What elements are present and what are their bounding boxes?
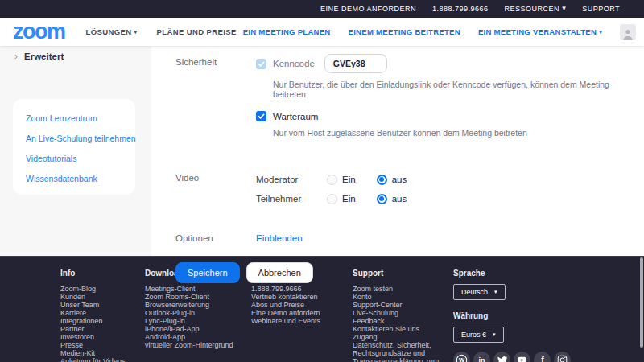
check-icon [258, 113, 265, 120]
warteraum-checkbox[interactable] [256, 111, 266, 121]
scrollbar-thumb[interactable] [640, 257, 643, 348]
footer-link[interactable]: Lync-Plug-in [145, 317, 251, 325]
twitter-icon[interactable] [493, 352, 510, 362]
sidebar-help-link[interactable]: Videotutorials [26, 154, 122, 163]
chevron-right-icon: › [14, 51, 18, 61]
video-participant-radio-ein[interactable] [327, 194, 337, 204]
footer-link[interactable]: Support-Center [353, 301, 443, 309]
footer-col-info: Info Zoom-BlogKundenUnser TeamKarriereIn… [60, 269, 145, 362]
footer-link[interactable]: Partner [60, 325, 145, 333]
footer-heading: Info [60, 269, 145, 278]
footer-link[interactable]: Meetings-Client [145, 285, 251, 293]
nav-right: EIN MEETING PLANEN EINEM MEETING BEITRET… [243, 24, 636, 40]
security-section: Sicherheit Kenncode Nur Benutzer, die üb… [175, 54, 644, 138]
video-host-ein-label: Ein [342, 175, 356, 184]
footer-link[interactable]: Zoom-Blog [60, 285, 145, 293]
footer-link[interactable]: virtueller Zoom-Hintergrund [145, 341, 251, 349]
footer-link[interactable]: 1.888.799.9666 [251, 285, 353, 293]
settings-sidebar: › Erweitert Zoom LernzentrumAn Live-Schu… [0, 46, 151, 256]
video-host-radio-ein[interactable] [327, 175, 337, 185]
options-section: Optionen Einblenden [175, 230, 644, 245]
nav-plans-pricing[interactable]: PLÄNE UND PREISE [156, 27, 236, 36]
social-icons: W in f [453, 352, 571, 362]
facebook-icon[interactable]: f [534, 352, 551, 362]
footer-link[interactable]: Datenschutz, Sicherheit, Rechtsgrundsätz… [353, 341, 443, 362]
video-host-row: Moderator Ein aus [256, 170, 644, 189]
footer-link[interactable]: Presse [60, 341, 145, 349]
chevron-down-icon: ▾ [134, 29, 138, 35]
footer-link[interactable]: Live-Schulung [353, 309, 443, 317]
footer-link[interactable]: Konto [353, 293, 443, 301]
footer-link[interactable]: Eine Demo anfordern [251, 309, 353, 317]
footer-link[interactable]: Outlook-Plug-in [145, 309, 251, 317]
footer-link[interactable]: Integrationen [60, 317, 145, 325]
main-navbar: zoom LÖSUNGEN▾ PLÄNE UND PREISE EIN MEET… [0, 18, 644, 46]
footer-link[interactable]: Zugang [353, 333, 443, 341]
video-participant-radio-aus[interactable] [377, 194, 387, 204]
footer-link[interactable]: Karriere [60, 309, 145, 317]
currency-select[interactable]: Euros €▾ [453, 327, 504, 343]
wordpress-icon[interactable]: W [453, 352, 470, 362]
video-participant-aus-label: aus [392, 194, 407, 204]
footer-link[interactable]: Zoom testen [353, 285, 443, 293]
video-host-label: Moderator [256, 175, 327, 184]
footer-link[interactable]: Zoom Rooms-Client [145, 293, 251, 301]
footer-link[interactable]: iPhone/iPad-App [145, 325, 251, 333]
linkedin-icon[interactable]: in [473, 352, 490, 362]
footer-link[interactable]: Browsererweiterung [145, 301, 251, 309]
check-icon [258, 60, 265, 68]
profile-avatar[interactable] [620, 24, 636, 40]
chevron-down-icon: ▾ [599, 29, 602, 35]
help-links-list: Zoom LernzentrumAn Live-Schulung teilneh… [26, 113, 122, 183]
sidebar-help-link[interactable]: An Live-Schulung teilnehmen [26, 134, 122, 143]
footer-link[interactable]: Kontaktieren Sie uns [353, 325, 443, 333]
footer-link[interactable]: Anleitung für Videos [60, 357, 145, 362]
footer-link[interactable]: Abos und Preise [251, 301, 353, 309]
zoom-logo[interactable]: zoom [13, 21, 65, 43]
video-participant-row: Teilnehmer Ein aus [256, 189, 644, 208]
options-show-link[interactable]: Einblenden [256, 233, 303, 243]
footer-link[interactable]: Unser Team [60, 301, 145, 309]
video-participant-ein-label: Ein [342, 194, 356, 204]
currency-label: Währung [453, 311, 571, 320]
security-label: Sicherheit [175, 54, 256, 138]
warteraum-label: Warteraum [273, 112, 318, 121]
form-buttons: Speichern Abbrechen [175, 262, 644, 283]
chevron-down-icon: ▾ [494, 289, 497, 295]
nav-schedule-meeting[interactable]: EIN MEETING PLANEN [243, 27, 331, 36]
chevron-down-icon: ▾ [493, 331, 496, 338]
resources-menu[interactable]: RESSOURCEN▾ [505, 5, 567, 13]
language-select[interactable]: Deutsch▾ [453, 284, 506, 300]
youtube-icon[interactable] [514, 352, 530, 362]
footer-link[interactable]: Kunden [60, 293, 145, 301]
kenncode-checkbox[interactable] [256, 59, 266, 69]
video-section: Video Moderator Ein aus Teilnehmer Ein [175, 170, 644, 208]
kenncode-input[interactable] [324, 54, 387, 73]
person-icon [621, 27, 634, 40]
footer-link[interactable]: Medien-Kit [60, 349, 145, 357]
sidebar-item-erweitert[interactable]: › Erweitert [0, 46, 151, 61]
cancel-button[interactable]: Abbrechen [246, 262, 313, 283]
content-area: › Erweitert Zoom LernzentrumAn Live-Schu… [0, 46, 644, 256]
support-link[interactable]: SUPPORT [582, 5, 620, 13]
nav-host-meeting[interactable]: EIN MEETING VERANSTALTEN▾ [478, 27, 602, 36]
nav-solutions[interactable]: LÖSUNGEN▾ [86, 27, 138, 36]
video-host-aus-label: aus [392, 175, 407, 184]
sidebar-help-link[interactable]: Wissensdatenbank [26, 174, 122, 183]
kenncode-help-text: Nur Benutzer, die über den Einladungslin… [273, 80, 644, 99]
zoom-web-portal: EINE DEMO ANFORDERN 1.888.799.9666 RESSO… [0, 0, 644, 362]
footer-link[interactable]: Investoren [60, 333, 145, 341]
svg-text:W: W [459, 356, 465, 362]
save-button[interactable]: Speichern [175, 262, 240, 283]
phone-number[interactable]: 1.888.799.9666 [432, 5, 489, 13]
instagram-icon[interactable] [554, 352, 571, 362]
nav-join-meeting[interactable]: EINEM MEETING BEITRETEN [349, 27, 460, 36]
sidebar-help-link[interactable]: Zoom Lernzentrum [26, 113, 122, 123]
footer-link[interactable]: Android-App [145, 333, 251, 341]
footer-link[interactable]: Vertrieb kontaktieren [251, 293, 353, 301]
video-host-radio-aus[interactable] [377, 175, 387, 185]
footer-link[interactable]: Webinare und Events [251, 317, 353, 325]
request-demo-link[interactable]: EINE DEMO ANFORDERN [320, 5, 416, 13]
footer-link[interactable]: Feedback [353, 317, 443, 325]
chevron-down-icon: ▾ [562, 4, 566, 12]
